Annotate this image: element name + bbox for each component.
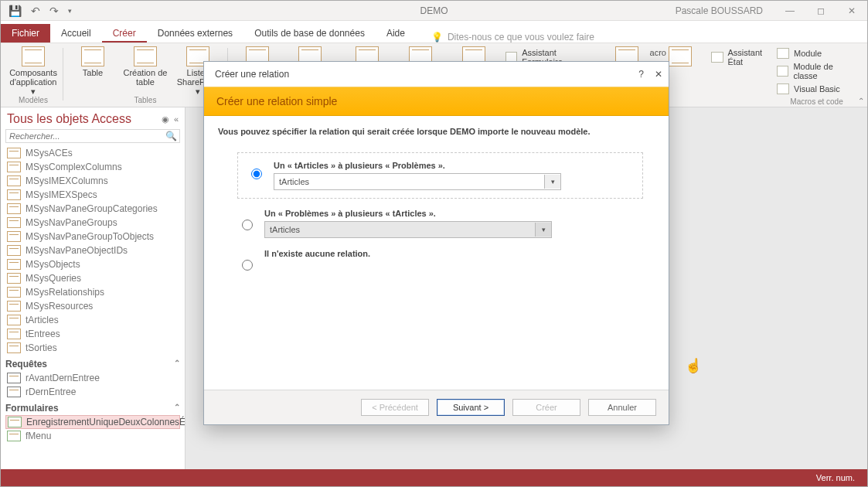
- dialog-close-icon[interactable]: ✕: [655, 69, 662, 80]
- tab-database-tools[interactable]: Outils de base de données: [243, 24, 376, 43]
- class-module-icon: [777, 66, 788, 77]
- relation-option-3-label: Il n'existe aucune relation.: [264, 249, 655, 258]
- nav-category-queries[interactable]: Requêtes⌃: [5, 355, 180, 371]
- relation-option-2-label: Un « Problèmes » à plusieurs « tArticles…: [264, 209, 655, 218]
- nav-table-item[interactable]: MSysNavPaneGroupToObjects: [5, 230, 180, 244]
- relation-option-1-radio[interactable]: [251, 169, 262, 179]
- application-parts-button[interactable]: Composants d'application ▾: [10, 46, 56, 96]
- group-macros-code: Module Module de classe Visual Basic Mac…: [777, 46, 863, 106]
- class-module-button[interactable]: Module de classe: [777, 60, 856, 82]
- signed-in-user: Pascale BOUSSARD: [676, 5, 763, 16]
- table-icon: [7, 175, 21, 186]
- relation-option-2-value: tArticles: [265, 225, 535, 234]
- group-templates: Modèles: [10, 96, 56, 104]
- title-bar: 💾 ↶ ↷ ▾ DEMO Pascale BOUSSARD — ◻ ✕: [1, 1, 867, 21]
- table-button[interactable]: Table: [70, 46, 116, 96]
- relation-option-1-combo[interactable]: tArticles ▾: [274, 173, 561, 190]
- nav-table-item[interactable]: MSysObjects: [5, 257, 180, 271]
- nav-form-item[interactable]: fMenu: [5, 429, 180, 443]
- table-icon: [7, 329, 21, 339]
- nav-table-item[interactable]: MSysNavPaneObjectIDs: [5, 244, 180, 257]
- cancel-button[interactable]: Annuler: [588, 399, 656, 416]
- ribbon-collapse-icon[interactable]: ⌃: [858, 97, 864, 105]
- nav-table-item[interactable]: MSysACEs: [5, 146, 180, 160]
- dialog-title: Créer une relation: [215, 69, 289, 80]
- nav-search[interactable]: 🔍: [5, 129, 180, 143]
- help-icon[interactable]: ?: [638, 69, 644, 80]
- nav-table-item[interactable]: MSysQueries: [5, 271, 180, 285]
- relation-option-2-radio[interactable]: [242, 220, 253, 230]
- ribbon-tabs: Fichier Accueil Créer Données externes O…: [1, 21, 867, 43]
- dialog-heading: Créer une relation simple: [204, 87, 669, 116]
- query-icon: [7, 387, 21, 397]
- table-icon: [7, 301, 21, 312]
- nav-table-item[interactable]: MSysIMEXColumns: [5, 174, 180, 188]
- table-icon: [7, 287, 21, 298]
- nav-pane-title[interactable]: Tous les objets Access: [7, 112, 131, 126]
- relation-option-1-value: tArticles: [274, 177, 544, 186]
- report-wizard-button[interactable]: Assistant État: [711, 46, 777, 68]
- nav-search-input[interactable]: [5, 129, 180, 143]
- query-icon: [7, 373, 21, 383]
- nav-table-item[interactable]: MSysIMEXSpecs: [5, 188, 180, 202]
- macro-button-partial[interactable]: acro: [650, 48, 666, 57]
- tab-create[interactable]: Créer: [102, 24, 147, 43]
- module-button[interactable]: Module: [777, 46, 856, 60]
- previous-button[interactable]: < Précédent: [361, 399, 429, 416]
- tell-me-placeholder: Dites-nous ce que vous voulez faire: [448, 32, 594, 43]
- report-design-icon: [669, 46, 692, 66]
- status-numlock: Verr. num.: [816, 473, 855, 482]
- create-button[interactable]: Créer: [512, 399, 580, 416]
- form-icon: [7, 431, 21, 441]
- nav-form-item[interactable]: EnregistrementUniqueDeuxColonnesÉt...: [5, 415, 180, 429]
- tab-external-data[interactable]: Données externes: [147, 24, 243, 43]
- nav-dropdown-icon[interactable]: ◉: [162, 114, 169, 124]
- table-icon: [7, 342, 21, 353]
- tab-home[interactable]: Accueil: [50, 24, 102, 43]
- group-tables: Tables: [70, 96, 221, 104]
- table-icon: [7, 148, 21, 158]
- table-icon: [7, 259, 21, 270]
- close-window-button[interactable]: ✕: [836, 1, 867, 20]
- maximize-button[interactable]: ◻: [805, 1, 836, 20]
- table-icon: [7, 245, 21, 256]
- nav-query-item[interactable]: rAvantDernEntree: [5, 371, 180, 385]
- nav-table-item[interactable]: MSysRelationships: [5, 285, 180, 299]
- table-icon: [81, 46, 104, 66]
- table-design-button[interactable]: Création de table: [122, 46, 168, 96]
- navigation-pane: Tous les objets Access ◉« 🔍 MSysACEsMSys…: [1, 107, 186, 476]
- nav-table-item[interactable]: tEntrees: [5, 327, 180, 341]
- chevron-down-icon[interactable]: ▾: [544, 175, 560, 189]
- tab-file[interactable]: Fichier: [1, 24, 50, 43]
- tell-me[interactable]: 💡 Dites-nous ce que vous voulez faire: [431, 32, 594, 43]
- nav-shutter-icon[interactable]: «: [174, 114, 179, 124]
- module-icon: [777, 48, 789, 59]
- create-relation-dialog: Créer une relation ? ✕ Créer une relatio…: [203, 61, 669, 425]
- nav-table-item[interactable]: MSysNavPaneGroups: [5, 216, 180, 230]
- dialog-button-bar: < Précédent Suivant > Créer Annuler: [204, 390, 669, 424]
- visual-basic-button[interactable]: Visual Basic: [777, 82, 856, 96]
- nav-table-item[interactable]: MSysNavPaneGroupCategories: [5, 202, 180, 216]
- vb-icon: [777, 83, 789, 94]
- table-icon: [7, 203, 21, 214]
- nav-table-item[interactable]: tSorties: [5, 341, 180, 355]
- nav-category-forms[interactable]: Formulaires⌃: [5, 399, 180, 415]
- lightbulb-icon: 💡: [431, 32, 443, 43]
- search-icon[interactable]: 🔍: [165, 131, 177, 141]
- table-icon: [7, 273, 21, 284]
- table-icon: [7, 189, 21, 200]
- relation-option-2-combo[interactable]: tArticles ▾: [264, 221, 552, 238]
- table-icon: [7, 162, 21, 172]
- next-button[interactable]: Suivant >: [437, 399, 505, 416]
- chevron-down-icon: ▾: [535, 223, 551, 237]
- nav-table-item[interactable]: MSysResources: [5, 299, 180, 313]
- nav-table-item[interactable]: tArticles: [5, 313, 180, 327]
- tab-help[interactable]: Aide: [376, 24, 416, 43]
- minimize-button[interactable]: —: [774, 1, 805, 20]
- table-icon: [7, 315, 21, 325]
- application-parts-icon: [22, 46, 45, 66]
- status-bar: Verr. num.: [1, 469, 867, 486]
- relation-option-3-radio[interactable]: [242, 260, 253, 271]
- nav-table-item[interactable]: MSysComplexColumns: [5, 160, 180, 174]
- nav-query-item[interactable]: rDernEntree: [5, 385, 180, 399]
